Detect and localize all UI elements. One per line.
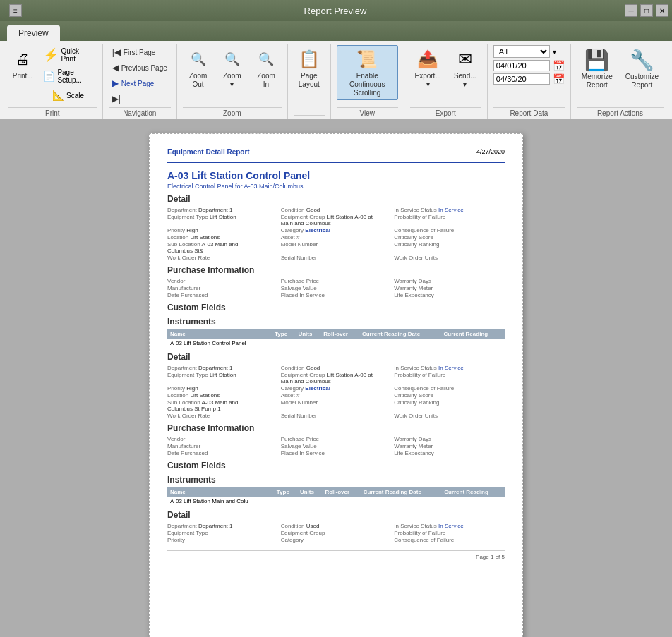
export-group-label: Export (410, 107, 481, 119)
field2-equiptype: Equipment Type Lift Station (167, 372, 278, 384)
field-location: Location Lift Stations (167, 234, 278, 241)
instrument-row-1: A-03 Lift Station Control Panel (167, 339, 505, 348)
zoom-label: Zoom ▾ (220, 72, 244, 89)
field-vendor: Vendor (167, 278, 278, 284)
field2-critranking: Criticality Ranking (394, 399, 505, 412)
field-probfailure: Probability of Failure (394, 214, 505, 226)
field-equiptype: Equipment Type Lift Station (167, 214, 278, 226)
close-btn[interactable]: ✕ (656, 4, 668, 17)
prev-page-label: Previous Page (121, 64, 167, 72)
send-button[interactable]: ✉ Send... ▾ (449, 45, 481, 92)
field2-serial: Serial Number (281, 413, 392, 419)
zoom-in-icon: 🔍 (255, 48, 277, 71)
field2-category: Category Electrical (281, 385, 392, 392)
zoom-out-button[interactable]: 🔍 ZoomOut (183, 45, 214, 92)
ribbon-group-export: 📤 Export... ▾ ✉ Send... ▾ Export (404, 44, 488, 119)
col2-rollover: Roll-over (322, 487, 360, 497)
col2-name: Name (167, 487, 274, 497)
export-label: Export... ▾ (414, 72, 442, 89)
ribbon-group-zoom: 🔍 ZoomOut 🔍 Zoom ▾ 🔍 ZoomIn Zoom (177, 44, 288, 119)
send-label: Send... ▾ (453, 72, 477, 89)
title-bar: ≡ Report Preview ─ □ ✕ (0, 0, 672, 21)
date-from-input[interactable] (493, 60, 550, 71)
maximize-btn[interactable]: □ (640, 4, 653, 17)
field-condition: Condition Good (281, 207, 392, 213)
col-name-1: Name (167, 329, 272, 339)
page-layout-button[interactable]: 📋 PageLayout (294, 45, 325, 92)
field-priority: Priority High (167, 227, 278, 233)
field-sublocation: Sub Location A-03 Main andColumbus St& (167, 241, 278, 254)
field-placedinservice: Placed In Service (281, 292, 392, 298)
field2-probfailure: Probability of Failure (394, 372, 505, 384)
report-canvas[interactable]: Equipment Detail Report 4/27/2020 A-03 L… (0, 119, 672, 637)
field-mfg: Manufacturer (167, 285, 278, 291)
ribbon-group-page-layout: 📋 PageLayout (288, 44, 331, 119)
report-data-filter[interactable]: All (493, 45, 550, 58)
export-button[interactable]: 📤 Export... ▾ (410, 45, 446, 92)
main-content: Equipment Detail Report 4/27/2020 A-03 L… (0, 119, 672, 637)
nav-buttons: |◀ First Page ◀ Previous Page ▶ Next Pag… (109, 45, 171, 106)
next-page-button[interactable]: ▶ Next Page (109, 76, 171, 90)
memorize-label: MemorizeReport (582, 73, 613, 90)
ribbon-group-navigation: |◀ First Page ◀ Previous Page ▶ Next Pag… (103, 44, 177, 119)
purchase-header-2: Purchase Information (167, 423, 505, 433)
ribbon-group-print: 🖨 Print... ⚡ Quick Print 📄 Page Setup... (3, 44, 103, 119)
next-page-label: Next Page (121, 80, 155, 87)
field-inservice: In Service Status In Service (394, 207, 505, 213)
quick-print-icon: ⚡ (43, 47, 59, 63)
field-serial: Serial Number (281, 255, 392, 261)
field2-priority: Priority High (167, 385, 278, 392)
window-menu-btn[interactable]: ≡ (9, 4, 22, 17)
zoom-in-button[interactable]: 🔍 ZoomIn (251, 45, 282, 92)
col2-reading-date: Current Reading Date (361, 487, 442, 497)
instrument-name-2: A-03 Lift Station Main and Colu (167, 497, 274, 506)
field-asset: Asset # (281, 234, 392, 241)
col-type-1: Type (272, 329, 295, 339)
memorize-report-button[interactable]: 💾 MemorizeReport (577, 45, 618, 93)
field2-sublocation: Sub Location A-03 Main andColumbus St Pu… (167, 399, 278, 412)
field-model: Model Number (281, 241, 392, 254)
instruments-header-2: Instruments (167, 475, 505, 485)
field2-wounits: Work Order Units (394, 413, 505, 419)
last-page-button[interactable]: ▶| (109, 92, 171, 106)
quick-print-button[interactable]: ⚡ Quick Print (40, 45, 96, 65)
enable-continuous-scrolling-button[interactable]: 📜 Enable ContinuousScrolling (337, 45, 398, 100)
last-page-icon: ▶| (112, 94, 121, 104)
scale-label: Scale (66, 92, 84, 99)
memorize-icon: 💾 (586, 49, 608, 71)
prev-page-button[interactable]: ◀ Previous Page (109, 61, 171, 75)
calendar-icon-to[interactable]: 📅 (553, 73, 565, 85)
zoom-dropdown-button[interactable]: 🔍 Zoom ▾ (216, 45, 248, 92)
zoom-out-label: ZoomOut (189, 72, 208, 89)
instruments-table-2: Name Type Units Roll-over Current Readin… (167, 487, 505, 506)
customize-report-button[interactable]: 🔧 CustomizeReport (620, 45, 664, 93)
page-setup-button[interactable]: 📄 Page Setup... (40, 66, 96, 86)
tab-preview[interactable]: Preview (7, 25, 60, 41)
next-page-icon: ▶ (112, 78, 119, 88)
field2-inservice: In Service Status In Service (394, 365, 505, 371)
report-actions-group-label: Report Actions (577, 107, 664, 119)
calendar-icon-from[interactable]: 📅 (553, 60, 565, 71)
print-icon: 🖨 (11, 48, 34, 71)
custom-fields-header-1: Custom Fields (167, 303, 505, 313)
col-units-1: Units (295, 329, 320, 339)
continuous-scrolling-label: Enable ContinuousScrolling (341, 72, 394, 97)
instrument-name-1: A-03 Lift Station Control Panel (167, 339, 272, 348)
field-equipgroup: Equipment Group Lift Station A-03 atMain… (281, 214, 392, 226)
minimize-btn[interactable]: ─ (625, 4, 637, 17)
scale-button[interactable]: 📐 Scale (40, 87, 96, 103)
print-button[interactable]: 🖨 Print... (8, 45, 37, 83)
col2-units: Units (297, 487, 323, 497)
prev-page-icon: ◀ (112, 63, 119, 73)
field-critranking: Criticality Ranking (394, 241, 505, 254)
date-to-input[interactable] (493, 73, 550, 85)
instruments-table-1: Name Type Units Roll-over Current Readin… (167, 329, 505, 348)
field2-consoffailure: Consequence of Failure (394, 385, 505, 392)
equipment-subtitle: Electrical Control Panel for A-03 Main/C… (167, 183, 505, 190)
col-reading-1: Current Reading (440, 329, 505, 339)
first-page-button[interactable]: |◀ First Page (109, 45, 171, 59)
report-date: 4/27/2020 (476, 148, 505, 156)
print-group-label: Print (8, 107, 97, 119)
first-page-icon: |◀ (112, 47, 121, 57)
zoom-in-label: ZoomIn (257, 72, 275, 89)
